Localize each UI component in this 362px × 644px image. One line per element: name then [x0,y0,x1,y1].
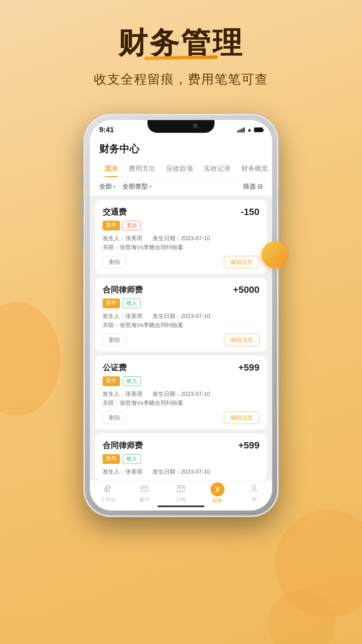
card-tags-3: 案件 收入 [103,454,259,464]
card-header-0: 交通费 -150 [103,207,259,217]
card-actions-2: 删除 编辑信息 [103,412,259,424]
nav-item-workspace[interactable]: 工作台 [95,484,121,503]
nav-label-case: 案件 [139,496,149,503]
chevron-down-icon: ▾ [113,184,116,189]
filter-row: 全部 ▾ 全部类型 ▾ 筛选 ⊟ [90,177,272,196]
tag-type-3: 收入 [123,454,141,464]
tab-liushui[interactable]: 流水 [99,161,123,177]
delete-button-1[interactable]: 删除 [103,334,127,346]
tab-bar[interactable]: 流水 费用支出 应收款项 实收记录 财务概览 [99,161,263,177]
card-tags-0: 案件 支出 [103,221,259,230]
card-info-2: 发生人：张美琪 发生日期：2023-07-10 [103,390,259,398]
tag-case-3: 案件 [103,454,120,464]
phone-screen: 9:41 ▲ 财务中心 [90,120,272,511]
record-amount-3: +599 [238,440,259,451]
card-info-1: 发生人：张美琪 发生日期：2023-07-10 [103,312,259,320]
nav-label-schedule: 日程 [176,496,186,503]
me-icon [250,484,258,495]
record-card-3: 合同律师费 +599 案件 收入 发生人：张美琪 发生日期：2023-07-10 [95,433,267,480]
tag-case-0: 案件 [103,221,120,230]
phone-outer-shell: 9:41 ▲ 财务中心 [84,114,278,517]
tab-feiyong[interactable]: 费用支出 [123,161,161,177]
filter-screen-btn[interactable]: 筛选 ⊟ [243,182,263,191]
record-amount-2: +599 [238,362,259,373]
delete-button-0[interactable]: 删除 [103,256,127,268]
wifi-icon: ▲ [247,127,252,133]
card-tags-1: 案件 收入 [103,299,259,308]
card-relation-2: 关联：张世海Vs李晓合同纠纷案 [103,399,259,407]
nav-label-workspace: 工作台 [101,496,116,503]
content-area: 交通费 -150 案件 支出 发生人：张美琪 发生日期：2023-07-10 关… [90,196,272,509]
tag-type-0: 支出 [123,221,141,230]
record-title-2: 公证费 [103,362,127,373]
record-amount-1: +5000 [233,284,259,295]
filter-type-btn[interactable]: 全部类型 ▾ [122,182,152,191]
record-title-0: 交通费 [103,207,127,217]
record-card-2: 公证费 +599 案件 收入 发生人：张美琪 发生日期：2023-07-10 关… [95,356,267,429]
delete-button-2[interactable]: 删除 [103,412,127,424]
phone-volume-up-button [82,195,84,218]
nav-item-finance[interactable]: ¥ 财务 [204,482,231,504]
nav-item-case[interactable]: 案件 [131,484,158,503]
card-tags-2: 案件 收入 [103,376,259,386]
nav-item-me[interactable]: 我 [241,484,267,503]
schedule-icon [177,484,185,495]
card-header-1: 合同律师费 +5000 [103,284,259,295]
top-bar: 财务中心 流水 费用支出 应收款项 实收记录 [90,137,272,177]
phone-notch [147,120,215,133]
edit-button-0[interactable]: 编辑信息 [224,256,259,268]
nav-label-finance: 财务 [213,498,223,504]
tag-case-2: 案件 [103,376,120,386]
record-title-1: 合同律师费 [103,284,143,295]
record-title-3: 合同律师费 [103,440,143,451]
svg-point-14 [252,485,256,489]
tab-shishou[interactable]: 实收记录 [198,161,236,177]
signal-icon [237,127,245,132]
status-time: 9:41 [99,125,114,134]
filter-all-btn[interactable]: 全部 ▾ [99,182,116,191]
camera-dot [193,123,198,128]
finance-active-circle: ¥ [210,482,225,496]
record-card-0: 交通费 -150 案件 支出 发生人：张美琪 发生日期：2023-07-10 关… [95,200,267,274]
filter-funnel-icon: ⊟ [258,183,263,190]
battery-icon [254,127,263,132]
card-actions-0: 删除 编辑信息 [103,256,259,268]
header-title: 财务管理 [0,27,362,59]
phone-mute-button [82,174,84,188]
tag-type-2: 收入 [123,376,141,386]
record-amount-0: -150 [241,207,259,217]
signal-bar-3 [241,128,243,132]
status-icons: ▲ [237,127,263,133]
edit-button-2[interactable]: 编辑信息 [224,412,259,424]
card-header-2: 公证费 +599 [103,362,259,373]
card-header-3: 合同律师费 +599 [103,440,259,451]
tag-type-1: 收入 [123,299,141,308]
card-relation-0: 关联：张世海Vs李晓合同纠纷案 [103,244,259,251]
app-content: 财务中心 流水 费用支出 应收款项 实收记录 [90,137,272,511]
tag-case-1: 案件 [103,299,120,308]
card-info-3: 发生人：张美琪 发生日期：2023-07-10 [103,468,259,476]
header-subtitle: 收支全程留痕，费用笔笔可查 [0,71,362,88]
phone-mockup: 9:41 ▲ 财务中心 [84,114,278,517]
case-icon [140,484,149,495]
nav-item-schedule[interactable]: 日程 [168,484,194,503]
edit-button-1[interactable]: 编辑信息 [224,334,259,346]
page-title: 财务中心 [99,142,263,156]
card-info-0: 发生人：张美琪 发生日期：2023-07-10 [103,234,259,242]
tab-yingshou[interactable]: 应收款项 [161,161,198,177]
record-card-1: 合同律师费 +5000 案件 收入 发生人：张美琪 发生日期：2023-07-1… [95,278,267,352]
header-area: 财务管理 收支全程留痕，费用笔笔可查 [0,0,362,101]
floating-action-ball[interactable] [261,241,288,268]
signal-bar-4 [243,127,245,132]
tab-gailan[interactable]: 财务概览 [236,161,272,177]
card-actions-1: 删除 编辑信息 [103,334,259,346]
card-relation-1: 关联：张世海Vs李晓合同纠纷案 [103,321,259,329]
workspace-icon [104,484,112,495]
signal-bar-1 [237,130,239,132]
nav-label-me: 我 [251,496,256,503]
phone-volume-down-button [82,225,84,248]
signal-bar-2 [239,129,241,132]
finance-icon: ¥ [216,486,219,493]
phone-power-button [278,188,280,208]
home-indicator [158,505,204,507]
